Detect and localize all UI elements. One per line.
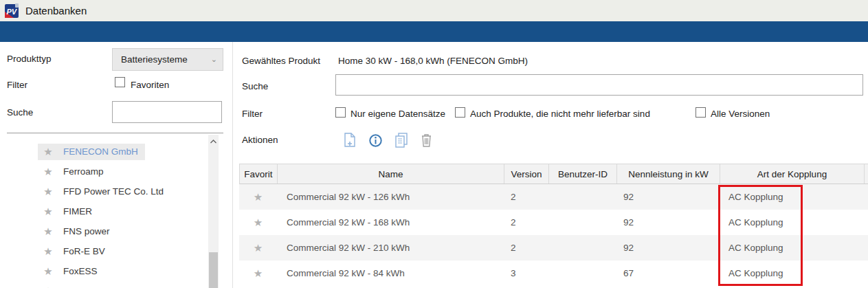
cell-kopplung: AC Kopplung [720, 184, 864, 210]
list-scrollbar[interactable] [208, 135, 219, 288]
list-item-for-e-bv[interactable]: ★FoR-E BV [0, 241, 208, 261]
cell-version: 2 [504, 184, 548, 210]
cell-spacer [864, 235, 868, 261]
auch-produkte-label: Auch Produkte, die nicht mehr lieferbar … [470, 109, 650, 119]
cell-kopplung: AC Kopplung [720, 210, 864, 235]
list-item-ferroamp[interactable]: ★Ferroamp [0, 162, 208, 181]
chevron-down-icon: ⌄ [211, 55, 217, 64]
cell-spacer [864, 184, 868, 210]
alle-versionen-checkbox[interactable] [695, 107, 706, 118]
app-logo-icon: PV [5, 3, 19, 18]
info-icon[interactable] [369, 134, 382, 147]
cell-name: Commercial 92 kW - 84 kWh [277, 261, 504, 286]
favorite-star-icon[interactable]: ★ [41, 206, 56, 218]
cell-benutzer-id [548, 261, 616, 286]
column-header-spacer [865, 164, 868, 184]
cell-benutzer-id [548, 235, 616, 261]
scrollbar-up-button[interactable] [208, 136, 219, 146]
table-row[interactable]: ★ Commercial 92 kW - 210 kWh 2 92 AC Kop… [239, 235, 868, 261]
list-item-fns-power[interactable]: ★FNS power [0, 221, 208, 241]
column-header-name[interactable]: Name [278, 164, 504, 184]
list-item-partial[interactable]: ★ [0, 281, 208, 288]
suche-input-left[interactable] [112, 101, 222, 123]
suche-input-right[interactable] [335, 74, 863, 96]
ribbon-bar [0, 21, 868, 42]
cell-nennleistung: 92 [616, 235, 720, 261]
copy-icon[interactable] [395, 133, 408, 148]
column-header-kopplung[interactable]: Art der Kopplung [720, 164, 865, 184]
list-item-fimer[interactable]: ★FIMER [0, 201, 208, 221]
favorite-star-icon[interactable]: ★ [41, 186, 56, 198]
favoriten-checkbox-label: Favoriten [131, 80, 169, 90]
cell-benutzer-id [548, 184, 616, 210]
manufacturer-list: ★FENECON GmbH ★Ferroamp ★FFD Power TEC C… [0, 142, 208, 288]
product-table: Favorit Name Version Benutzer-ID Nennlei… [239, 164, 868, 286]
favorite-star-icon[interactable]: ★ [239, 235, 277, 261]
table-row[interactable]: ★ Commercial 92 kW - 84 kWh 3 67 AC Kopp… [239, 261, 868, 286]
new-document-icon[interactable] [344, 133, 356, 148]
table-row[interactable]: ★ Commercial 92 kW - 126 kWh 2 92 AC Kop… [239, 184, 868, 210]
filter-label-right: Filter [242, 109, 263, 119]
cell-version: 2 [504, 235, 548, 261]
cell-spacer [864, 261, 868, 286]
window-titlebar: PV Datenbanken [0, 0, 868, 21]
cell-nennleistung: 92 [616, 184, 720, 210]
produkttyp-dropdown-value: Batteriesysteme [121, 54, 188, 65]
favorite-star-icon[interactable]: ★ [41, 265, 56, 278]
produkttyp-dropdown[interactable]: Batteriesysteme ⌄ [112, 48, 223, 71]
favorite-star-icon[interactable]: ★ [239, 210, 277, 235]
produkttyp-label: Produkttyp [7, 54, 52, 64]
favorite-star-icon[interactable]: ★ [41, 225, 56, 238]
left-panel-separator [7, 133, 223, 133]
cell-nennleistung: 67 [616, 261, 720, 286]
cell-name: Commercial 92 kW - 126 kWh [277, 184, 504, 210]
cell-benutzer-id [548, 210, 616, 235]
cell-name: Commercial 92 kW - 168 kWh [277, 210, 504, 235]
aktionen-toolbar [344, 132, 440, 148]
nur-eigene-datensaetze-label: Nur eigene Datensätze [350, 109, 445, 119]
column-header-version[interactable]: Version [504, 164, 549, 184]
window-title: Datenbanken [25, 5, 87, 16]
list-item-fenecon[interactable]: ★FENECON GmbH [0, 142, 208, 162]
favorite-star-icon[interactable]: ★ [41, 166, 56, 178]
panel-divider [232, 42, 233, 288]
cell-spacer [864, 210, 868, 235]
table-header-row: Favorit Name Version Benutzer-ID Nennlei… [239, 164, 868, 184]
gewaehltes-produkt-value: Home 30 kW - 168,0 kWh (FENECON GmbH) [338, 56, 528, 66]
list-item-foxess[interactable]: ★FoxESS [0, 261, 208, 281]
suche-label-right: Suche [242, 81, 268, 91]
column-header-nennleistung[interactable]: Nennleistung in kW [617, 164, 720, 184]
favorite-star-icon[interactable]: ★ [239, 261, 277, 286]
list-item-ffd-power[interactable]: ★FFD Power TEC Co. Ltd [0, 181, 208, 201]
favorite-star-icon[interactable]: ★ [239, 184, 277, 210]
favoriten-checkbox[interactable] [115, 77, 125, 87]
delete-icon[interactable] [421, 133, 432, 148]
cell-version: 3 [504, 261, 548, 286]
nur-eigene-datensaetze-checkbox[interactable] [335, 107, 346, 118]
favorite-star-icon: ★ [41, 285, 56, 288]
table-row[interactable]: ★ Commercial 92 kW - 168 kWh 2 92 AC Kop… [239, 210, 868, 235]
cell-kopplung: AC Kopplung [720, 261, 864, 286]
cell-version: 2 [504, 210, 548, 235]
cell-name: Commercial 92 kW - 210 kWh [277, 235, 504, 261]
favorite-star-icon[interactable]: ★ [41, 146, 56, 158]
scrollbar-thumb[interactable] [209, 252, 218, 288]
aktionen-label: Aktionen [242, 135, 278, 145]
cell-kopplung: AC Kopplung [720, 235, 864, 261]
auch-produkte-checkbox[interactable] [455, 107, 465, 118]
gewaehltes-produkt-label: Gewähltes Produkt [242, 56, 320, 66]
column-header-favorit[interactable]: Favorit [240, 164, 278, 184]
cell-nennleistung: 92 [616, 210, 720, 235]
column-header-benutzer-id[interactable]: Benutzer-ID [549, 164, 617, 184]
alle-versionen-label: Alle Versionen [711, 109, 770, 119]
favorite-star-icon[interactable]: ★ [41, 245, 56, 258]
svg-text:PV: PV [7, 8, 18, 16]
suche-label-left: Suche [7, 107, 33, 118]
filter-label-left: Filter [7, 80, 27, 90]
